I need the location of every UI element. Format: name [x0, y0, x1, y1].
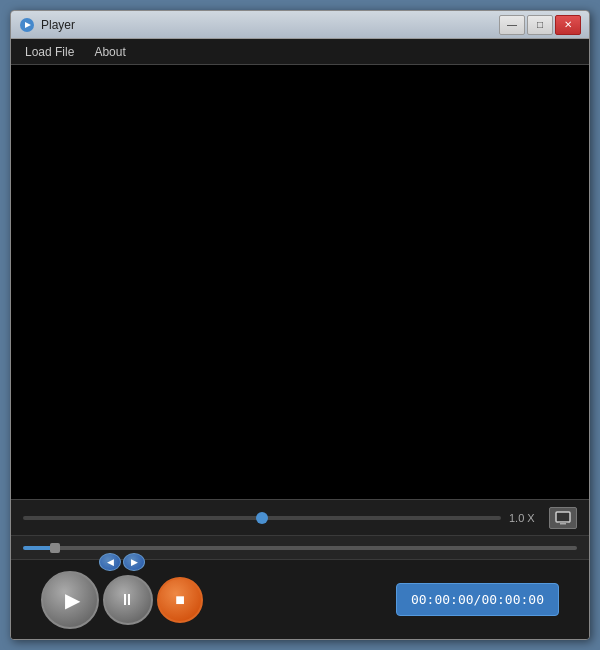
- maximize-button[interactable]: □: [527, 15, 553, 35]
- skip-back-button[interactable]: ◀: [99, 553, 121, 571]
- close-button[interactable]: ✕: [555, 15, 581, 35]
- window-title: Player: [41, 18, 75, 32]
- controls-row: ◀ ▶ ▶ ⏸ ■ 00:00:00/00:00:00: [11, 559, 589, 639]
- svg-rect-3: [560, 523, 566, 525]
- skip-buttons: ◀ ▶: [99, 553, 145, 571]
- progress-row: [11, 535, 589, 559]
- menu-load-file[interactable]: Load File: [15, 43, 84, 61]
- speed-label: 1.0 X: [509, 512, 539, 524]
- title-bar: Player — □ ✕: [11, 11, 589, 39]
- play-button[interactable]: ▶: [41, 571, 99, 629]
- display-mode-button[interactable]: [549, 507, 577, 529]
- svg-rect-4: [559, 522, 568, 523]
- stop-icon: ■: [175, 591, 185, 609]
- pause-icon: ⏸: [119, 591, 137, 609]
- menu-bar: Load File About: [11, 39, 589, 65]
- time-display: 00:00:00/00:00:00: [396, 583, 559, 616]
- player-window: Player — □ ✕ Load File About 1.0 X: [10, 10, 590, 640]
- skip-forward-button[interactable]: ▶: [123, 553, 145, 571]
- stop-button[interactable]: ■: [157, 577, 203, 623]
- skip-forward-icon: ▶: [131, 557, 138, 567]
- video-area: [11, 65, 589, 499]
- play-icon: ▶: [65, 588, 80, 612]
- progress-slider[interactable]: [23, 546, 577, 550]
- pause-button[interactable]: ⏸: [103, 575, 153, 625]
- playback-controls: ◀ ▶ ▶ ⏸ ■: [41, 571, 203, 629]
- menu-about[interactable]: About: [84, 43, 135, 61]
- app-icon: [19, 17, 35, 33]
- speed-row: 1.0 X: [11, 499, 589, 535]
- speed-slider[interactable]: [23, 516, 501, 520]
- window-controls: — □ ✕: [499, 15, 581, 35]
- skip-back-icon: ◀: [107, 557, 114, 567]
- minimize-button[interactable]: —: [499, 15, 525, 35]
- title-bar-left: Player: [19, 17, 75, 33]
- svg-rect-2: [556, 512, 570, 522]
- speed-slider-container: 1.0 X: [23, 512, 539, 524]
